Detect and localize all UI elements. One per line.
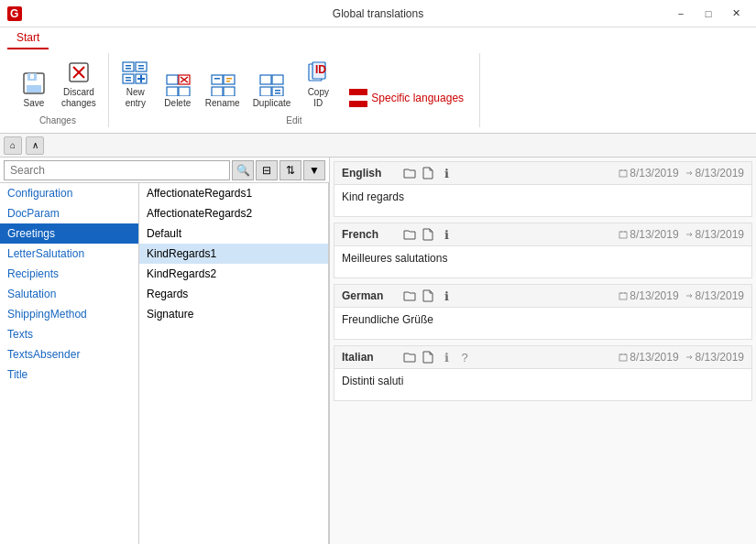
category-item-salutation[interactable]: Salutation [0,284,138,304]
entry-item-regards[interactable]: Regards [139,284,328,304]
rename-button[interactable]: Rename [201,66,245,112]
title-bar: G Global translations − □ ✕ [0,0,756,27]
italian-lang-label: Italian [342,351,397,364]
french-file-icon[interactable] [421,227,435,242]
window-controls: − □ ✕ [668,4,749,24]
category-item-texts[interactable]: Texts [0,324,138,344]
new-entry-label: Newentry [126,87,146,109]
german-info-icon[interactable]: ℹ [439,288,454,303]
italian-file-icon[interactable] [421,350,435,364]
translation-french: French ℹ 8/13/2019 [334,223,752,278]
french-modified-date: 8/13/2019 [685,228,744,241]
svg-rect-35 [272,75,283,84]
entry-item-kindregards2[interactable]: KindRegards2 [139,264,328,284]
italian-created-date: 8/13/2019 [619,351,678,364]
category-item-recipients[interactable]: Recipients [0,264,138,284]
rename-label: Rename [205,98,240,109]
category-item-configuration[interactable]: Configuration [0,183,138,203]
entry-item-default[interactable]: Default [139,223,328,244]
french-info-icon[interactable]: ℹ [439,227,454,242]
translations-panel: English ℹ 8/13/2019 [330,158,756,544]
new-entry-button[interactable]: Newentry [116,55,155,112]
changes-group-label: Changes [39,115,76,125]
translation-italian: Italian ℹ ? 8/13/2019 [334,345,752,401]
filter-icon-button[interactable]: ⊟ [256,160,278,180]
category-item-lettersalutation[interactable]: LetterSalutation [0,244,138,264]
ribbon: Start Save [0,27,756,134]
svg-rect-16 [126,77,131,79]
main-area: 🔍 ⊟ ⇅ ▼ Configuration DocParam Greetings… [0,158,756,544]
save-button[interactable]: Save [15,66,53,112]
italian-extra-question-icon[interactable]: ? [457,350,472,364]
copy-id-label: CopyID [308,87,329,109]
entry-item-kindregards1[interactable]: KindRegards1 [139,244,328,264]
svg-rect-33 [224,87,235,96]
edit-group-label: Edit [286,115,301,125]
category-item-greetings[interactable]: Greetings [0,223,138,244]
copy-id-button[interactable]: ID CopyID [299,55,337,112]
svg-rect-28 [214,78,220,80]
french-folder-icon[interactable] [402,227,417,242]
svg-rect-32 [212,87,223,96]
german-icons: ℹ [402,288,454,303]
svg-rect-46 [619,170,627,177]
left-column: 🔍 ⊟ ⇅ ▼ Configuration DocParam Greetings… [0,158,330,544]
german-file-icon[interactable] [421,288,435,303]
close-button[interactable]: ✕ [723,4,749,24]
translation-italian-body: Distinti saluti [334,369,751,400]
panels-row: Configuration DocParam Greetings LetterS… [0,183,329,544]
english-folder-icon[interactable] [402,166,417,180]
entry-item-signature[interactable]: Signature [139,304,328,324]
search-icon-button[interactable]: 🔍 [232,160,254,180]
svg-rect-36 [260,87,271,96]
specific-languages-label: Specific languages [371,92,464,104]
maximize-button[interactable]: □ [696,4,721,24]
nav-home-icon[interactable]: ⌂ [4,136,22,155]
italian-folder-icon[interactable] [402,350,417,364]
svg-rect-14 [138,68,144,70]
svg-rect-29 [224,75,235,84]
entry-item-affectionate1[interactable]: AffectionateRegards1 [139,183,328,203]
duplicate-button[interactable]: Duplicate [248,66,296,112]
minimize-button[interactable]: − [668,4,694,24]
german-dates: 8/13/2019 8/13/2019 [619,289,744,302]
sort-icon-button[interactable]: ⇅ [279,160,301,180]
translation-english: English ℹ 8/13/2019 [334,161,752,217]
english-lang-label: English [342,167,397,180]
german-created-date: 8/13/2019 [619,289,678,302]
entry-item-affectionate2[interactable]: AffectionateRegards2 [139,203,328,223]
category-item-textsabsender[interactable]: TextsAbsender [0,344,138,364]
save-label: Save [24,98,45,109]
svg-rect-12 [136,62,147,71]
translation-german: German ℹ 8/13/2019 [334,284,752,340]
category-item-shippingmethod[interactable]: ShippingMethod [0,304,138,324]
specific-languages-button[interactable]: Specific languages [341,84,472,112]
ribbon-group-changes-items: Save Discardchanges [15,55,101,112]
svg-rect-25 [167,87,178,96]
ribbon-group-edit-items: Newentry Delete [116,55,472,112]
svg-rect-38 [275,90,280,92]
english-file-icon[interactable] [421,166,435,180]
german-folder-icon[interactable] [402,288,417,303]
translation-italian-header: Italian ℹ ? 8/13/2019 [334,346,751,369]
delete-icon [163,69,192,98]
delete-button[interactable]: Delete [159,66,197,112]
category-item-title[interactable]: Title [0,364,138,385]
category-item-docparam[interactable]: DocParam [0,203,138,223]
english-icons: ℹ [402,166,454,180]
new-entry-icon [121,58,150,87]
english-info-icon[interactable]: ℹ [439,166,454,180]
search-input[interactable] [4,160,230,180]
french-created-date: 8/13/2019 [619,228,678,241]
english-dates: 8/13/2019 8/13/2019 [619,167,744,180]
tab-start[interactable]: Start [7,27,49,49]
discard-button[interactable]: Discardchanges [57,55,101,112]
entry-list: AffectionateRegards1 AffectionateRegards… [139,183,329,544]
nav-up-icon[interactable]: ∧ [26,136,44,155]
italian-question-icon[interactable]: ℹ [439,350,454,364]
english-created-date: 8/13/2019 [619,167,678,180]
svg-rect-9 [123,62,134,71]
svg-rect-52 [619,293,627,299]
dropdown-icon-button[interactable]: ▼ [303,160,325,180]
category-list: Configuration DocParam Greetings LetterS… [0,183,139,544]
